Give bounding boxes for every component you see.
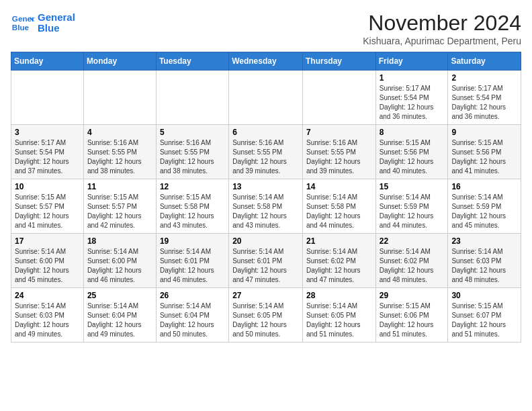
day-number: 1	[380, 73, 445, 83]
calendar-table: SundayMondayTuesdayWednesdayThursdayFrid…	[11, 52, 521, 342]
calendar-cell: 23Sunrise: 5:14 AM Sunset: 6:03 PM Dayli…	[448, 234, 521, 288]
calendar-cell: 28Sunrise: 5:14 AM Sunset: 6:05 PM Dayli…	[302, 288, 375, 342]
calendar-cell: 9Sunrise: 5:15 AM Sunset: 5:56 PM Daylig…	[448, 125, 521, 179]
week-row-4: 17Sunrise: 5:14 AM Sunset: 6:00 PM Dayli…	[11, 234, 521, 288]
location: Kishuara, Apurimac Department, Peru	[363, 36, 521, 46]
day-info: Sunrise: 5:15 AM Sunset: 6:07 PM Dayligh…	[451, 302, 517, 339]
calendar-cell: 22Sunrise: 5:14 AM Sunset: 6:02 PM Dayli…	[375, 234, 448, 288]
logo-line1: General	[38, 12, 75, 24]
day-number: 29	[380, 291, 445, 300]
calendar-cell: 12Sunrise: 5:15 AM Sunset: 5:58 PM Dayli…	[156, 179, 228, 234]
calendar-cell: 27Sunrise: 5:14 AM Sunset: 6:05 PM Dayli…	[229, 288, 303, 342]
day-info: Sunrise: 5:15 AM Sunset: 5:56 PM Dayligh…	[451, 138, 517, 176]
week-row-5: 24Sunrise: 5:14 AM Sunset: 6:03 PM Dayli…	[11, 288, 521, 342]
day-info: Sunrise: 5:17 AM Sunset: 5:54 PM Dayligh…	[15, 138, 80, 176]
day-info: Sunrise: 5:14 AM Sunset: 6:04 PM Dayligh…	[87, 302, 152, 339]
day-number: 26	[160, 291, 225, 300]
calendar-cell: 25Sunrise: 5:14 AM Sunset: 6:04 PM Dayli…	[83, 288, 156, 342]
day-number: 11	[87, 182, 152, 191]
day-number: 25	[87, 291, 152, 300]
calendar-cell: 19Sunrise: 5:14 AM Sunset: 6:01 PM Dayli…	[156, 234, 228, 288]
day-number: 20	[232, 236, 299, 246]
calendar-cell: 13Sunrise: 5:14 AM Sunset: 5:58 PM Dayli…	[229, 179, 303, 234]
day-info: Sunrise: 5:15 AM Sunset: 5:56 PM Dayligh…	[380, 138, 445, 176]
calendar-cell	[11, 71, 84, 125]
weekday-row: SundayMondayTuesdayWednesdayThursdayFrid…	[11, 52, 521, 71]
day-info: Sunrise: 5:14 AM Sunset: 5:58 PM Dayligh…	[306, 193, 372, 230]
calendar-cell: 6Sunrise: 5:16 AM Sunset: 5:55 PM Daylig…	[229, 125, 303, 179]
day-info: Sunrise: 5:16 AM Sunset: 5:55 PM Dayligh…	[232, 138, 299, 176]
calendar-cell	[156, 71, 228, 125]
calendar-cell	[302, 71, 375, 125]
day-number: 24	[15, 291, 80, 300]
calendar-cell: 2Sunrise: 5:17 AM Sunset: 5:54 PM Daylig…	[448, 71, 521, 125]
month-title: November 2024	[363, 11, 521, 36]
weekday-header-monday: Monday	[83, 52, 156, 71]
calendar-cell: 4Sunrise: 5:16 AM Sunset: 5:55 PM Daylig…	[83, 125, 156, 179]
day-info: Sunrise: 5:14 AM Sunset: 6:03 PM Dayligh…	[15, 302, 80, 339]
day-number: 14	[306, 182, 372, 191]
day-info: Sunrise: 5:15 AM Sunset: 5:58 PM Dayligh…	[160, 193, 225, 230]
calendar-cell: 30Sunrise: 5:15 AM Sunset: 6:07 PM Dayli…	[448, 288, 521, 342]
day-number: 7	[306, 128, 372, 137]
calendar-cell: 26Sunrise: 5:14 AM Sunset: 6:04 PM Dayli…	[156, 288, 228, 342]
weekday-header-friday: Friday	[375, 52, 448, 71]
weekday-header-sunday: Sunday	[11, 52, 84, 71]
day-info: Sunrise: 5:14 AM Sunset: 5:59 PM Dayligh…	[451, 193, 517, 230]
calendar-header: SundayMondayTuesdayWednesdayThursdayFrid…	[11, 52, 521, 71]
day-info: Sunrise: 5:15 AM Sunset: 5:57 PM Dayligh…	[15, 193, 80, 230]
week-row-1: 1Sunrise: 5:17 AM Sunset: 5:54 PM Daylig…	[11, 71, 521, 125]
calendar-cell: 11Sunrise: 5:15 AM Sunset: 5:57 PM Dayli…	[83, 179, 156, 234]
day-info: Sunrise: 5:15 AM Sunset: 6:06 PM Dayligh…	[380, 302, 445, 339]
calendar-cell: 15Sunrise: 5:14 AM Sunset: 5:59 PM Dayli…	[375, 179, 448, 234]
day-info: Sunrise: 5:16 AM Sunset: 5:55 PM Dayligh…	[87, 138, 152, 176]
day-info: Sunrise: 5:14 AM Sunset: 6:01 PM Dayligh…	[232, 247, 299, 285]
calendar-cell: 17Sunrise: 5:14 AM Sunset: 6:00 PM Dayli…	[11, 234, 84, 288]
day-number: 19	[160, 236, 225, 246]
day-info: Sunrise: 5:14 AM Sunset: 5:59 PM Dayligh…	[380, 193, 445, 230]
day-number: 16	[451, 182, 517, 191]
day-info: Sunrise: 5:14 AM Sunset: 6:02 PM Dayligh…	[380, 247, 445, 285]
day-number: 8	[380, 128, 445, 137]
day-number: 6	[232, 128, 299, 137]
day-number: 5	[160, 128, 225, 137]
calendar-cell: 29Sunrise: 5:15 AM Sunset: 6:06 PM Dayli…	[375, 288, 448, 342]
logo-line2: Blue	[38, 23, 75, 34]
day-info: Sunrise: 5:14 AM Sunset: 6:05 PM Dayligh…	[232, 302, 299, 339]
day-info: Sunrise: 5:14 AM Sunset: 6:00 PM Dayligh…	[87, 247, 152, 285]
day-number: 21	[306, 236, 372, 246]
day-info: Sunrise: 5:17 AM Sunset: 5:54 PM Dayligh…	[451, 84, 517, 122]
day-number: 27	[232, 291, 299, 300]
calendar-cell: 1Sunrise: 5:17 AM Sunset: 5:54 PM Daylig…	[375, 71, 448, 125]
calendar-cell: 7Sunrise: 5:16 AM Sunset: 5:55 PM Daylig…	[302, 125, 375, 179]
calendar-body: 1Sunrise: 5:17 AM Sunset: 5:54 PM Daylig…	[11, 71, 521, 342]
day-info: Sunrise: 5:17 AM Sunset: 5:54 PM Dayligh…	[380, 84, 445, 122]
day-info: Sunrise: 5:14 AM Sunset: 6:02 PM Dayligh…	[306, 247, 372, 285]
day-info: Sunrise: 5:14 AM Sunset: 5:58 PM Dayligh…	[232, 193, 299, 230]
calendar-cell: 8Sunrise: 5:15 AM Sunset: 5:56 PM Daylig…	[375, 125, 448, 179]
day-number: 3	[15, 128, 80, 137]
day-number: 22	[380, 236, 445, 246]
page-header: General Blue General Blue November 2024 …	[11, 11, 521, 46]
day-info: Sunrise: 5:14 AM Sunset: 6:00 PM Dayligh…	[15, 247, 80, 285]
day-info: Sunrise: 5:16 AM Sunset: 5:55 PM Dayligh…	[160, 138, 225, 176]
title-block: November 2024 Kishuara, Apurimac Departm…	[363, 11, 521, 46]
weekday-header-thursday: Thursday	[302, 52, 375, 71]
day-number: 9	[451, 128, 517, 137]
day-info: Sunrise: 5:14 AM Sunset: 6:04 PM Dayligh…	[160, 302, 225, 339]
weekday-header-wednesday: Wednesday	[229, 52, 303, 71]
week-row-2: 3Sunrise: 5:17 AM Sunset: 5:54 PM Daylig…	[11, 125, 521, 179]
calendar-cell	[83, 71, 156, 125]
logo-icon: General Blue	[11, 11, 35, 35]
calendar-cell: 5Sunrise: 5:16 AM Sunset: 5:55 PM Daylig…	[156, 125, 228, 179]
calendar-cell: 18Sunrise: 5:14 AM Sunset: 6:00 PM Dayli…	[83, 234, 156, 288]
day-number: 2	[451, 73, 517, 83]
week-row-3: 10Sunrise: 5:15 AM Sunset: 5:57 PM Dayli…	[11, 179, 521, 234]
day-number: 13	[232, 182, 299, 191]
day-number: 10	[15, 182, 80, 191]
calendar-cell: 14Sunrise: 5:14 AM Sunset: 5:58 PM Dayli…	[302, 179, 375, 234]
day-info: Sunrise: 5:16 AM Sunset: 5:55 PM Dayligh…	[306, 138, 372, 176]
day-number: 12	[160, 182, 225, 191]
day-number: 28	[306, 291, 372, 300]
calendar-cell	[229, 71, 303, 125]
